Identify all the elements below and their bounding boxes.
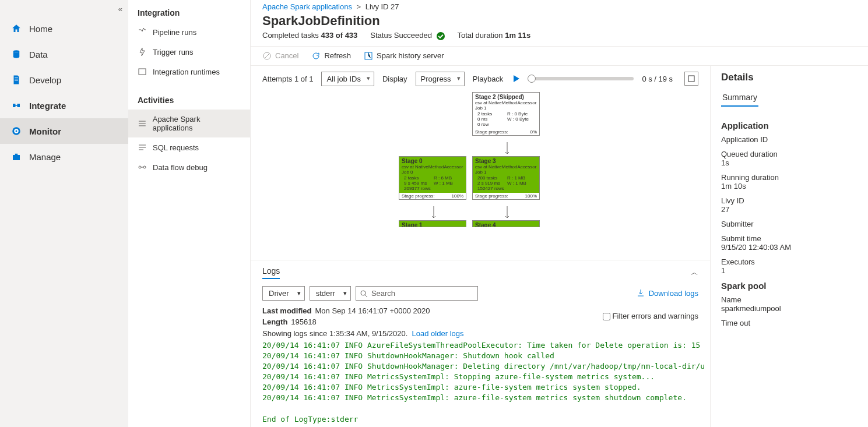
nav-integrate[interactable]: Integrate — [0, 93, 128, 118]
left-nav: « Home Data Develop Integrate Monitor Ma… — [0, 0, 128, 427]
subnav-trigger-runs[interactable]: Trigger runs — [128, 42, 250, 62]
cancel-button: Cancel — [262, 51, 298, 61]
breadcrumb: Apache Spark applications > Livy ID 27 — [251, 0, 868, 12]
logs-controls: Driver stderr Search Download logs — [251, 283, 710, 304]
play-icon[interactable] — [511, 74, 521, 83]
svg-point-11 — [361, 291, 366, 295]
stage-3[interactable]: Stage 3csv at NativeMethodAccessor..Job … — [472, 156, 540, 200]
details-title: Details — [721, 72, 858, 83]
svg-rect-1 — [15, 105, 18, 106]
main-content: Apache Spark applications > Livy ID 27 S… — [251, 0, 868, 427]
subnav-spark-applications[interactable]: Apache Spark applications — [128, 110, 250, 137]
display-select[interactable]: Progress — [416, 72, 465, 86]
integrate-icon — [10, 100, 22, 111]
log-search-input[interactable]: Search — [356, 286, 478, 301]
load-older-logs-link[interactable]: Load older logs — [412, 329, 464, 338]
log-source-select[interactable]: Driver — [262, 286, 305, 301]
svg-rect-10 — [688, 76, 694, 82]
subnav-section-activities: Activities — [128, 92, 250, 110]
nav-label: Develop — [29, 75, 61, 85]
svg-point-0 — [13, 50, 20, 53]
log-stream-select[interactable]: stderr — [310, 286, 351, 301]
subnav-integration-runtimes[interactable]: Integration runtimes — [128, 62, 250, 82]
svg-point-6 — [139, 166, 141, 168]
page-title: SparkJobDefinition — [251, 12, 868, 31]
playback-time: 0 s / 19 s — [642, 75, 673, 83]
dag-view[interactable]: Stage 2 (Skipped)csv at NativeMethodAcce… — [251, 92, 710, 260]
nav-data[interactable]: Data — [0, 41, 128, 67]
breadcrumb-current: Livy ID 27 — [366, 2, 399, 11]
database-icon — [10, 48, 22, 60]
nav-label: Integrate — [29, 101, 66, 111]
breadcrumb-parent[interactable]: Apache Spark applications — [262, 2, 352, 11]
stage-partial-1[interactable]: Stage 1 — [399, 220, 466, 227]
download-logs-button[interactable]: Download logs — [636, 288, 698, 298]
home-icon — [10, 23, 22, 34]
nav-manage[interactable]: Manage — [0, 144, 128, 170]
attempts-label: Attempts 1 of 1 — [262, 75, 313, 83]
nav-label: Monitor — [29, 126, 61, 136]
logs-tab[interactable]: Logs — [262, 266, 280, 279]
spark-history-button[interactable]: Spark history server — [364, 51, 444, 61]
jobids-select[interactable]: All job IDs — [321, 72, 374, 86]
logs-header: Logs ︿ — [251, 260, 710, 283]
refresh-button[interactable]: Refresh — [311, 51, 351, 61]
subnav-dataflow-debug[interactable]: Data flow debug — [128, 157, 250, 177]
document-icon — [10, 74, 22, 86]
subnav-pipeline-runs[interactable]: Pipeline runs — [128, 22, 250, 42]
nav-develop[interactable]: Develop — [0, 67, 128, 93]
stage-partial-4[interactable]: Stage 4 — [472, 220, 540, 227]
filter-errors-checkbox[interactable]: Filter errors and warnings — [603, 305, 698, 328]
svg-point-4 — [16, 130, 17, 132]
details-tab-summary[interactable]: Summary — [721, 89, 758, 107]
toolbox-icon — [10, 151, 22, 163]
dag-arrow — [504, 206, 510, 220]
subnav-section-integration: Integration — [128, 5, 250, 22]
svg-point-7 — [143, 166, 146, 168]
sub-nav: Integration Pipeline runs Trigger runs I… — [128, 0, 251, 427]
nav-monitor[interactable]: Monitor — [0, 118, 128, 144]
dag-controls: Attempts 1 of 1 All job IDs Display Prog… — [251, 66, 710, 92]
log-output: 20/09/14 16:41:07 INFO AzureFileSystemTh… — [251, 338, 710, 428]
dag-arrow — [504, 142, 510, 156]
status-success-icon — [437, 32, 445, 40]
playback-slider[interactable] — [529, 77, 634, 80]
dag-arrow — [431, 206, 437, 220]
nav-label: Data — [29, 50, 48, 59]
collapse-nav-button[interactable]: « — [0, 2, 128, 16]
fit-view-button[interactable] — [684, 72, 698, 86]
details-section-sparkpool: Spark pool — [721, 281, 858, 291]
toolbar: Cancel Refresh Spark history server — [251, 46, 868, 66]
details-section-application: Application — [721, 121, 858, 130]
monitor-icon — [10, 125, 22, 137]
svg-rect-5 — [139, 69, 146, 75]
meta-row: Completed tasks 433 of 433 Status Succee… — [251, 31, 868, 46]
nav-label: Home — [29, 24, 52, 34]
stage-2[interactable]: Stage 2 (Skipped)csv at NativeMethodAcce… — [472, 92, 540, 136]
center-panel: Attempts 1 of 1 All job IDs Display Prog… — [251, 66, 711, 427]
nav-home[interactable]: Home — [0, 16, 128, 41]
nav-label: Manage — [29, 152, 61, 162]
collapse-logs-icon[interactable]: ︿ — [691, 267, 698, 278]
stage-0[interactable]: Stage 0csv at NativeMethodAccessor..Job … — [399, 156, 466, 200]
subnav-sql-requests[interactable]: SQL requests — [128, 137, 250, 157]
details-panel: Details Summary Application Application … — [711, 66, 868, 427]
